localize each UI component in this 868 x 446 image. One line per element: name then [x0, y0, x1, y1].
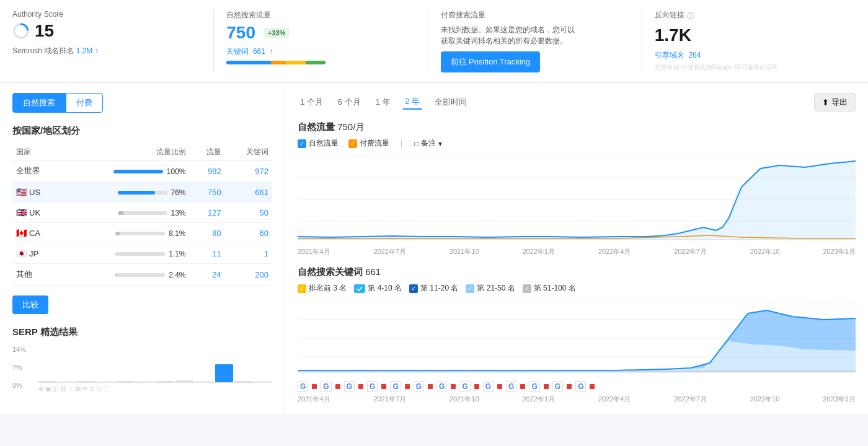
chart2-x-axis: 2021年4月 2021年7月 2021年10 2022年1月 2022年4月 …	[298, 395, 856, 404]
tab-paid[interactable]: 付费	[66, 93, 103, 113]
filter-6month[interactable]: 6 个月	[335, 95, 363, 109]
country-cell: 全世界	[12, 160, 63, 182]
paid-block: 付费搜索流量 未找到数据。如果这是您的域名，您可以获取关键词排名相关的所有必要数…	[428, 10, 642, 72]
position-tracking-button[interactable]: 前往 Position Tracking	[441, 51, 541, 72]
traffic-pct: 100%	[167, 167, 186, 176]
kw-check-11to20[interactable]: ✓	[409, 284, 418, 293]
keywords-cell: 972	[225, 160, 272, 182]
kw-label-top3: 排名前 3 名	[309, 283, 347, 294]
serp-bar	[136, 382, 154, 382]
compare-button[interactable]: 比较	[12, 295, 48, 314]
google-icon: G	[483, 381, 494, 392]
filter-1year[interactable]: 1 年	[373, 95, 393, 109]
serp-bar	[235, 381, 253, 382]
svg-marker-7	[298, 161, 856, 240]
organic-label: 自然搜索流量	[226, 10, 415, 20]
legend-organic-check[interactable]: ✓	[298, 139, 306, 148]
legend-paid-check[interactable]: ✓	[348, 139, 357, 148]
notes-dropdown[interactable]: □ 备注 ▾	[414, 138, 442, 149]
keywords-cell: 60	[225, 223, 272, 243]
google-flag-icon	[358, 384, 363, 389]
chart1-area: 754 566 377 189 0 2021年4月 2021年7月 2021年1…	[298, 156, 856, 256]
google-icon: G	[506, 381, 516, 392]
table-row: 🇯🇵JP 1.1% 111	[12, 243, 272, 264]
organic-bar	[226, 61, 326, 64]
organic-keywords: 关键词 661 ↑	[226, 46, 415, 57]
google-flag-icon	[428, 384, 433, 389]
traffic-bar	[115, 232, 165, 235]
tab-organic[interactable]: 自然搜索	[12, 93, 66, 113]
traffic-bar	[113, 170, 163, 173]
serp-bar	[195, 382, 213, 382]
legend-organic: ✓ 自然流量	[298, 138, 339, 149]
google-icon: G	[436, 381, 447, 392]
traffic-pct: 2.4%	[169, 271, 185, 279]
kw-check-4to10[interactable]	[354, 284, 365, 293]
serp-icon: ☆	[68, 385, 74, 392]
serp-icon: ◌	[104, 385, 109, 392]
backlinks-info-icon[interactable]: ⓘ	[687, 11, 694, 22]
notes-chevron: ▾	[438, 139, 442, 148]
serp-bar	[97, 382, 115, 382]
serp-bar	[176, 380, 194, 382]
filter-all[interactable]: 全部时间	[432, 95, 469, 109]
authority-rank: 1.2M ↑	[76, 46, 99, 55]
traffic-cell: 127	[190, 203, 225, 223]
organic-block: 自然搜索流量 750 +33% 关键词 661 ↑	[214, 10, 428, 72]
kw-label-11to20: 第 11-20 名	[420, 283, 458, 294]
bar-cell: 8.1%	[63, 223, 189, 243]
keywords-cell: 1	[225, 243, 272, 264]
export-label: 导出	[831, 97, 848, 108]
google-flag-icon	[497, 384, 502, 389]
keywords-line-chart	[298, 301, 856, 375]
traffic-cell: 24	[190, 264, 225, 286]
kw-label-51to100: 第 51-100 名	[534, 283, 576, 294]
flag-icon: 🇬🇧	[16, 208, 27, 217]
export-button[interactable]: ⬆ 导出	[814, 93, 856, 112]
authority-value: 15	[35, 21, 54, 41]
country-table: 国家 流量比例 流量 关键词 全世界 100% 992972🇺🇸US 76% 7…	[12, 144, 272, 286]
country-section-title: 按国家/地区划分	[12, 125, 272, 137]
kw-check-21to50[interactable]: ✓	[466, 284, 474, 293]
serp-icon: ⊡	[89, 385, 94, 392]
kw-label-4to10: 第 4-10 名	[368, 283, 402, 294]
legend-paid: ✓ 付费流量	[348, 138, 389, 149]
table-row: 全世界 100% 992972	[12, 160, 272, 182]
google-flag-icon	[451, 384, 456, 389]
kw-check-top3[interactable]: ✓	[298, 284, 306, 293]
serp-icon: ⊠	[76, 385, 81, 392]
serp-bars	[38, 346, 272, 383]
filter-1month[interactable]: 1 个月	[298, 95, 326, 109]
serp-bar	[117, 381, 135, 382]
serp-icon: ⛓	[60, 385, 66, 392]
left-panel: 自然搜索 付费 按国家/地区划分 国家 流量比例 流量 关键词 全世界 100%…	[0, 83, 285, 414]
table-row: 🇨🇦CA 8.1% 8060	[12, 223, 272, 243]
metrics-bar: Authority Score 15 Semrush 域名排名 1.2M ↑ 自…	[0, 0, 868, 83]
watermark-backlinks: 光算科技·行业领先的Google SEO服务供应商	[655, 63, 843, 72]
country-cell: 🇯🇵JP	[12, 243, 63, 264]
google-icon: G	[321, 381, 331, 392]
serp-bar	[156, 381, 174, 382]
google-flag-icon	[335, 384, 340, 389]
bar-cell: 13%	[63, 203, 189, 223]
serp-bar	[58, 382, 76, 382]
country-cell: 🇺🇸US	[12, 182, 63, 203]
keywords-chart-title: 自然搜索关键词 661	[298, 266, 856, 278]
chart1-x-axis: 2021年4月 2021年7月 2021年10 2022年1月 2022年4月 …	[298, 247, 856, 256]
keywords-cell: 661	[225, 182, 272, 203]
serp-icon-row: ⊕ ▣ ◫ ⛓ ☆ ⊠ ✉ ⊡ ◷ ◌	[38, 385, 272, 392]
traffic-bar	[118, 191, 167, 195]
serp-icon: ⊕	[38, 385, 43, 392]
authority-ring-icon	[12, 22, 30, 40]
traffic-pct: 76%	[171, 188, 186, 197]
traffic-cell: 992	[190, 160, 225, 182]
backlinks-value: 1.7K	[655, 25, 691, 45]
filter-2year[interactable]: 2 年	[403, 95, 423, 110]
google-flag-icon	[381, 384, 386, 389]
bar-cell: 100%	[63, 160, 189, 182]
col-traffic: 流量	[190, 144, 225, 160]
kw-check-51to100[interactable]: ✓	[523, 284, 531, 293]
serp-title: SERP 精选结果	[12, 326, 272, 338]
kw-legend-4to10: 第 4-10 名	[354, 283, 402, 294]
country-cell: 其他	[12, 264, 63, 286]
